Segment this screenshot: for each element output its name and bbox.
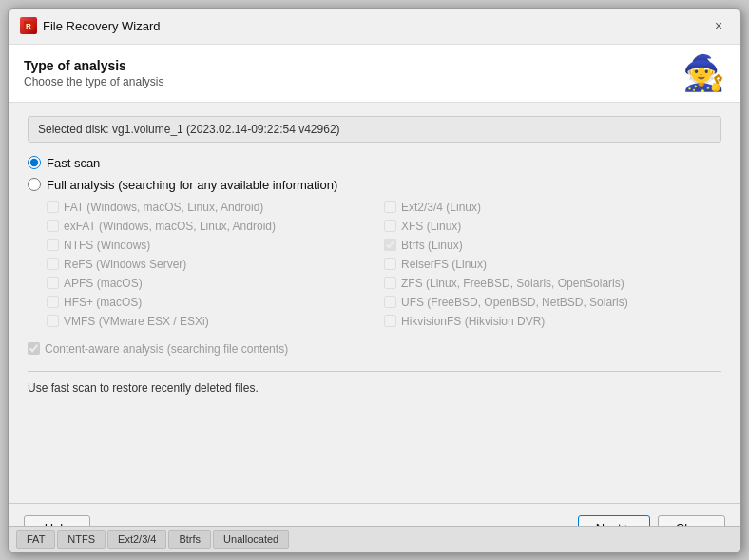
subtitle: Choose the type of analysis: [24, 75, 163, 88]
taskbar: FATNTFSExt2/3/4BtrfsUnallocated: [9, 526, 740, 552]
full-analysis-option[interactable]: Full analysis (searching for any availab…: [28, 178, 721, 192]
taskbar-item-ext234[interactable]: Ext2/3/4: [107, 530, 166, 549]
fs-item-btrfs[interactable]: Btrfs (Linux): [384, 238, 721, 253]
fs-label-zfs: ZFS (Linux, FreeBSD, Solaris, OpenSolari…: [401, 277, 624, 290]
selected-disk-info: Selected disk: vg1.volume_1 (2023.02.14-…: [28, 116, 721, 143]
filesystem-section: FAT (Windows, macOS, Linux, Android)exFA…: [47, 200, 721, 329]
taskbar-item-btrfs[interactable]: Btrfs: [168, 530, 211, 549]
content-aware-label[interactable]: Content-aware analysis (searching file c…: [45, 342, 288, 356]
fs-item-ufs[interactable]: UFS (FreeBSD, OpenBSD, NetBSD, Solaris): [384, 295, 721, 310]
filesystem-right-column: Ext2/3/4 (Linux)XFS (Linux)Btrfs (Linux)…: [384, 200, 721, 329]
fs-checkbox-hfsplus[interactable]: [47, 296, 59, 308]
taskbar-item-ntfs[interactable]: NTFS: [57, 530, 106, 549]
fs-item-fat[interactable]: FAT (Windows, macOS, Linux, Android): [47, 200, 384, 215]
window-title: File Recovery Wizard: [43, 19, 161, 33]
header-section: Type of analysis Choose the type of anal…: [9, 45, 740, 103]
main-title: Type of analysis: [24, 58, 163, 73]
fs-label-vmfs: VMFS (VMware ESX / ESXi): [64, 315, 209, 328]
fs-item-refs[interactable]: ReFS (Windows Server): [47, 257, 384, 272]
taskbar-item-fat[interactable]: FAT: [16, 530, 55, 549]
fs-checkbox-ntfs[interactable]: [47, 239, 59, 251]
fs-item-xfs[interactable]: XFS (Linux): [384, 219, 721, 234]
fs-label-exfat: exFAT (Windows, macOS, Linux, Android): [64, 220, 276, 233]
fast-scan-radio[interactable]: [28, 156, 41, 169]
fs-item-ext234[interactable]: Ext2/3/4 (Linux): [384, 200, 721, 215]
fs-checkbox-fat[interactable]: [47, 201, 59, 213]
filesystem-left-column: FAT (Windows, macOS, Linux, Android)exFA…: [47, 200, 384, 329]
fs-checkbox-zfs[interactable]: [384, 277, 396, 289]
filesystem-columns: FAT (Windows, macOS, Linux, Android)exFA…: [47, 200, 721, 329]
fs-checkbox-exfat[interactable]: [47, 220, 59, 232]
fs-label-ufs: UFS (FreeBSD, OpenBSD, NetBSD, Solaris): [401, 296, 628, 309]
fs-item-reiserfs[interactable]: ReiserFS (Linux): [384, 257, 721, 272]
fs-checkbox-ext234[interactable]: [384, 201, 396, 213]
fs-checkbox-refs[interactable]: [47, 258, 59, 270]
fs-checkbox-hikvision[interactable]: [384, 315, 396, 327]
fs-item-ntfs[interactable]: NTFS (Windows): [47, 238, 384, 253]
fs-label-hfsplus: HFS+ (macOS): [64, 296, 142, 309]
fs-label-reiserfs: ReiserFS (Linux): [401, 258, 487, 271]
fast-scan-label[interactable]: Fast scan: [47, 156, 100, 170]
content-area: Selected disk: vg1.volume_1 (2023.02.14-…: [9, 103, 740, 503]
fs-label-refs: ReFS (Windows Server): [64, 258, 186, 271]
fs-label-btrfs: Btrfs (Linux): [401, 239, 463, 252]
taskbar-item-unallocated[interactable]: Unallocated: [213, 530, 289, 549]
content-aware-option[interactable]: Content-aware analysis (searching file c…: [28, 342, 721, 356]
svg-text:R: R: [26, 22, 31, 30]
content-aware-checkbox[interactable]: [28, 342, 40, 355]
fs-label-xfs: XFS (Linux): [401, 220, 461, 233]
fs-item-hikvision[interactable]: HikvisionFS (Hikvision DVR): [384, 314, 721, 329]
fs-item-apfs[interactable]: APFS (macOS): [47, 276, 384, 291]
fs-checkbox-apfs[interactable]: [47, 277, 59, 289]
header-titles: Type of analysis Choose the type of anal…: [24, 58, 163, 88]
fs-item-vmfs[interactable]: VMFS (VMware ESX / ESXi): [47, 314, 384, 329]
fs-item-exfat[interactable]: exFAT (Windows, macOS, Linux, Android): [47, 219, 384, 234]
fs-checkbox-xfs[interactable]: [384, 220, 396, 232]
fs-label-fat: FAT (Windows, macOS, Linux, Android): [64, 201, 263, 214]
status-text: Use fast scan to restore recently delete…: [28, 371, 721, 395]
fs-checkbox-ufs[interactable]: [384, 296, 396, 308]
fs-label-ntfs: NTFS (Windows): [64, 239, 150, 252]
fs-label-ext234: Ext2/3/4 (Linux): [401, 201, 481, 214]
fs-item-zfs[interactable]: ZFS (Linux, FreeBSD, Solaris, OpenSolari…: [384, 276, 721, 291]
title-bar: R File Recovery Wizard ×: [9, 9, 740, 45]
app-icon: R: [20, 17, 37, 34]
close-window-button[interactable]: ×: [708, 15, 729, 36]
full-analysis-label[interactable]: Full analysis (searching for any availab…: [47, 178, 337, 192]
wizard-icon: 🧙: [682, 56, 725, 90]
title-bar-left: R File Recovery Wizard: [20, 17, 161, 34]
full-analysis-radio[interactable]: [28, 178, 41, 191]
fs-label-hikvision: HikvisionFS (Hikvision DVR): [401, 315, 545, 328]
fs-item-hfsplus[interactable]: HFS+ (macOS): [47, 295, 384, 310]
fs-checkbox-vmfs[interactable]: [47, 315, 59, 327]
file-recovery-dialog: R File Recovery Wizard × Type of analysi…: [8, 8, 741, 553]
fs-checkbox-btrfs[interactable]: [384, 239, 396, 251]
fs-checkbox-reiserfs[interactable]: [384, 258, 396, 270]
fast-scan-option[interactable]: Fast scan: [28, 156, 721, 170]
fs-label-apfs: APFS (macOS): [64, 277, 143, 290]
